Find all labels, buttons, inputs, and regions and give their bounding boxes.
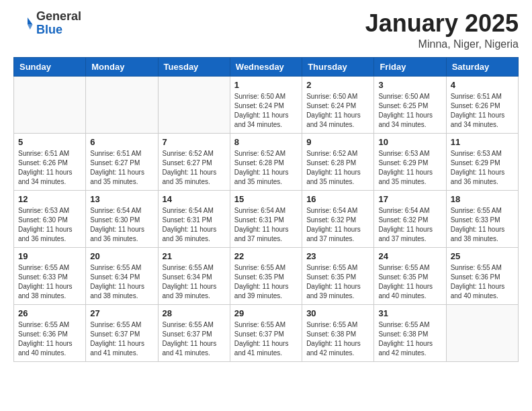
day-info: Sunrise: 6:54 AM Sunset: 6:32 PM Dayligh… [378, 206, 441, 244]
day-info: Sunrise: 6:52 AM Sunset: 6:27 PM Dayligh… [163, 149, 226, 187]
logo-icon [13, 13, 34, 34]
day-info: Sunrise: 6:54 AM Sunset: 6:31 PM Dayligh… [163, 206, 226, 244]
calendar-cell [446, 304, 518, 361]
day-info: Sunrise: 6:50 AM Sunset: 6:24 PM Dayligh… [234, 92, 298, 130]
day-number: 27 [90, 308, 153, 318]
day-header-wednesday: Wednesday [230, 57, 302, 76]
day-info: Sunrise: 6:53 AM Sunset: 6:29 PM Dayligh… [378, 149, 441, 187]
calendar-table: SundayMondayTuesdayWednesdayThursdayFrid… [13, 57, 519, 362]
day-number: 12 [18, 194, 81, 204]
day-header-tuesday: Tuesday [158, 57, 230, 76]
calendar-cell: 14Sunrise: 6:54 AM Sunset: 6:31 PM Dayli… [158, 190, 230, 247]
day-number: 14 [163, 194, 226, 204]
day-info: Sunrise: 6:55 AM Sunset: 6:36 PM Dayligh… [451, 263, 514, 301]
day-number: 8 [234, 137, 298, 147]
day-info: Sunrise: 6:55 AM Sunset: 6:33 PM Dayligh… [451, 206, 514, 244]
day-header-sunday: Sunday [14, 57, 86, 76]
calendar-cell: 25Sunrise: 6:55 AM Sunset: 6:36 PM Dayli… [446, 247, 518, 304]
day-info: Sunrise: 6:55 AM Sunset: 6:34 PM Dayligh… [90, 263, 153, 301]
day-info: Sunrise: 6:54 AM Sunset: 6:30 PM Dayligh… [90, 206, 153, 244]
calendar-cell: 1Sunrise: 6:50 AM Sunset: 6:24 PM Daylig… [230, 76, 302, 133]
calendar-cell [86, 76, 158, 133]
calendar-cell: 30Sunrise: 6:55 AM Sunset: 6:38 PM Dayli… [302, 304, 374, 361]
day-info: Sunrise: 6:55 AM Sunset: 6:37 PM Dayligh… [234, 320, 298, 358]
day-number: 4 [451, 80, 514, 90]
day-number: 1 [234, 80, 298, 90]
day-info: Sunrise: 6:55 AM Sunset: 6:38 PM Dayligh… [306, 320, 369, 358]
day-number: 7 [163, 137, 226, 147]
calendar-cell: 4Sunrise: 6:51 AM Sunset: 6:26 PM Daylig… [446, 76, 518, 133]
calendar-cell: 28Sunrise: 6:55 AM Sunset: 6:37 PM Dayli… [158, 304, 230, 361]
day-info: Sunrise: 6:50 AM Sunset: 6:25 PM Dayligh… [378, 92, 441, 130]
day-info: Sunrise: 6:53 AM Sunset: 6:30 PM Dayligh… [18, 206, 81, 244]
day-info: Sunrise: 6:55 AM Sunset: 6:38 PM Dayligh… [378, 320, 441, 358]
week-row-3: 12Sunrise: 6:53 AM Sunset: 6:30 PM Dayli… [14, 190, 519, 247]
calendar-cell: 27Sunrise: 6:55 AM Sunset: 6:37 PM Dayli… [86, 304, 158, 361]
day-number: 18 [451, 194, 514, 204]
calendar-cell [158, 76, 230, 133]
day-number: 30 [306, 308, 369, 318]
week-row-1: 1Sunrise: 6:50 AM Sunset: 6:24 PM Daylig… [14, 76, 519, 133]
day-info: Sunrise: 6:55 AM Sunset: 6:37 PM Dayligh… [163, 320, 226, 358]
calendar-cell: 15Sunrise: 6:54 AM Sunset: 6:31 PM Dayli… [230, 190, 302, 247]
day-number: 22 [234, 251, 298, 261]
calendar-cell [14, 76, 86, 133]
day-header-monday: Monday [86, 57, 158, 76]
day-number: 29 [234, 308, 298, 318]
week-row-2: 5Sunrise: 6:51 AM Sunset: 6:26 PM Daylig… [14, 133, 519, 190]
day-number: 11 [451, 137, 514, 147]
day-number: 24 [378, 251, 441, 261]
day-number: 28 [163, 308, 226, 318]
day-info: Sunrise: 6:51 AM Sunset: 6:26 PM Dayligh… [451, 92, 514, 130]
calendar-cell: 16Sunrise: 6:54 AM Sunset: 6:32 PM Dayli… [302, 190, 374, 247]
day-info: Sunrise: 6:52 AM Sunset: 6:28 PM Dayligh… [234, 149, 298, 187]
calendar-cell: 9Sunrise: 6:52 AM Sunset: 6:28 PM Daylig… [302, 133, 374, 190]
logo-text: General Blue [36, 10, 81, 37]
day-number: 25 [451, 251, 514, 261]
calendar-cell: 5Sunrise: 6:51 AM Sunset: 6:26 PM Daylig… [14, 133, 86, 190]
day-number: 3 [378, 80, 441, 90]
day-info: Sunrise: 6:55 AM Sunset: 6:35 PM Dayligh… [306, 263, 369, 301]
day-header-thursday: Thursday [302, 57, 374, 76]
calendar-cell: 22Sunrise: 6:55 AM Sunset: 6:35 PM Dayli… [230, 247, 302, 304]
day-info: Sunrise: 6:55 AM Sunset: 6:37 PM Dayligh… [90, 320, 153, 358]
day-info: Sunrise: 6:55 AM Sunset: 6:35 PM Dayligh… [378, 263, 441, 301]
day-header-friday: Friday [374, 57, 446, 76]
logo: General Blue [13, 10, 81, 37]
calendar-cell: 21Sunrise: 6:55 AM Sunset: 6:34 PM Dayli… [158, 247, 230, 304]
day-number: 31 [378, 308, 441, 318]
day-number: 10 [378, 137, 441, 147]
calendar-cell: 7Sunrise: 6:52 AM Sunset: 6:27 PM Daylig… [158, 133, 230, 190]
svg-marker-0 [28, 17, 33, 25]
day-number: 13 [90, 194, 153, 204]
day-info: Sunrise: 6:55 AM Sunset: 6:33 PM Dayligh… [18, 263, 81, 301]
week-row-4: 19Sunrise: 6:55 AM Sunset: 6:33 PM Dayli… [14, 247, 519, 304]
day-info: Sunrise: 6:55 AM Sunset: 6:34 PM Dayligh… [163, 263, 226, 301]
day-number: 9 [306, 137, 369, 147]
logo-general-text: General [36, 9, 81, 23]
day-info: Sunrise: 6:51 AM Sunset: 6:26 PM Dayligh… [18, 149, 81, 187]
day-header-saturday: Saturday [446, 57, 518, 76]
day-number: 2 [306, 80, 369, 90]
calendar-cell: 11Sunrise: 6:53 AM Sunset: 6:29 PM Dayli… [446, 133, 518, 190]
calendar-cell: 26Sunrise: 6:55 AM Sunset: 6:36 PM Dayli… [14, 304, 86, 361]
calendar-cell: 8Sunrise: 6:52 AM Sunset: 6:28 PM Daylig… [230, 133, 302, 190]
week-row-5: 26Sunrise: 6:55 AM Sunset: 6:36 PM Dayli… [14, 304, 519, 361]
day-number: 21 [163, 251, 226, 261]
day-number: 5 [18, 137, 81, 147]
logo-blue-text: Blue [36, 23, 62, 36]
svg-marker-1 [28, 24, 33, 30]
day-number: 26 [18, 308, 81, 318]
calendar-cell: 23Sunrise: 6:55 AM Sunset: 6:35 PM Dayli… [302, 247, 374, 304]
day-info: Sunrise: 6:51 AM Sunset: 6:27 PM Dayligh… [90, 149, 153, 187]
day-number: 23 [306, 251, 369, 261]
calendar-cell: 6Sunrise: 6:51 AM Sunset: 6:27 PM Daylig… [86, 133, 158, 190]
calendar-cell: 10Sunrise: 6:53 AM Sunset: 6:29 PM Dayli… [374, 133, 446, 190]
calendar-cell: 2Sunrise: 6:50 AM Sunset: 6:24 PM Daylig… [302, 76, 374, 133]
calendar-cell: 3Sunrise: 6:50 AM Sunset: 6:25 PM Daylig… [374, 76, 446, 133]
day-number: 17 [378, 194, 441, 204]
day-info: Sunrise: 6:52 AM Sunset: 6:28 PM Dayligh… [306, 149, 369, 187]
calendar-cell: 13Sunrise: 6:54 AM Sunset: 6:30 PM Dayli… [86, 190, 158, 247]
calendar-cell: 18Sunrise: 6:55 AM Sunset: 6:33 PM Dayli… [446, 190, 518, 247]
calendar-cell: 29Sunrise: 6:55 AM Sunset: 6:37 PM Dayli… [230, 304, 302, 361]
